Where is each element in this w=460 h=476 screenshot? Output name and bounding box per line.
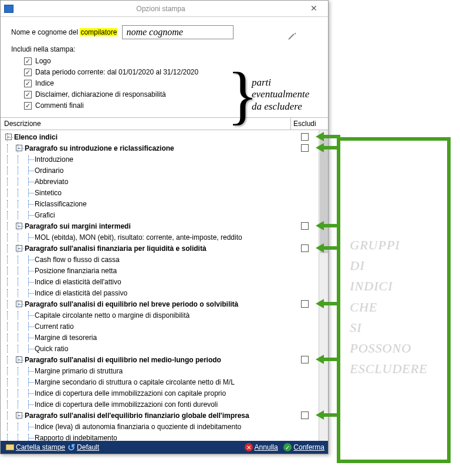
include-checkbox-box-4[interactable] [24, 102, 32, 110]
tree-row-26[interactable]: Indice (leva) di autonomia finanziaria o… [1, 421, 328, 432]
tree-row-24[interactable]: Indice di copertura delle immobilizzazio… [1, 399, 328, 410]
tree-row-9[interactable]: MOL (ebitda), MON (ebit), risultato: cor… [1, 232, 328, 243]
tree-node-text: Margine secondario di struttura o capita… [35, 378, 235, 386]
tree-node-text: Indice di copertura delle immobilizzazio… [35, 400, 218, 409]
window-title: Opzioni stampa [18, 5, 303, 13]
include-checkbox-label-4: Commenti finali [35, 101, 84, 110]
column-header-exclude[interactable]: Escludi [290, 118, 319, 130]
tree-row-16[interactable]: Capitale circolante netto o margine di d… [1, 310, 328, 321]
cancel-button[interactable]: Annulla [255, 443, 278, 451]
include-checkbox-box-0[interactable] [24, 57, 32, 65]
include-checkbox-label-1: Data periodo corrente: dal 01/01/2020 al… [35, 68, 198, 76]
tree-row-19[interactable]: Quick ratio [1, 343, 328, 354]
tree-row-11[interactable]: Cash flow o flusso di cassa [1, 254, 328, 265]
exclude-checkbox[interactable] [301, 356, 309, 363]
tree-node-text: Posizione finanziaria netta [35, 267, 117, 275]
include-checkbox-box-2[interactable] [24, 80, 32, 87]
app-icon [4, 5, 13, 13]
tree-node-text: Paragrafo sull'analisi di equilibrio nel… [25, 356, 221, 364]
tree-row-21[interactable]: Margine primario di struttura [1, 365, 328, 376]
exclude-checkbox[interactable] [301, 144, 309, 152]
include-checkbox-box-3[interactable] [24, 91, 32, 98]
compiler-name-input[interactable] [122, 25, 234, 39]
tree-node-text: Introduzione [35, 155, 73, 164]
tree-row-4[interactable]: Abbreviato [1, 176, 328, 187]
exclude-checkbox[interactable] [301, 300, 309, 308]
cancel-icon: ✕ [245, 443, 253, 451]
tree-row-8[interactable]: -Paragrafo sui margini intermedi [1, 220, 328, 232]
tree-node-text: Elenco indici [14, 133, 58, 141]
include-checkbox-box-1[interactable] [24, 69, 32, 76]
arrow-annotation [317, 356, 340, 363]
tree-node-text: Abbreviato [35, 178, 68, 186]
close-button[interactable]: ✕ [303, 3, 324, 15]
pen-icon [287, 30, 297, 41]
grid-body: -Elenco indici-Paragrafo su introduzione… [1, 130, 328, 441]
tree-row-3[interactable]: Ordinario [1, 165, 328, 176]
tree-row-22[interactable]: Margine secondario di struttura o capita… [1, 376, 328, 387]
tree-node-text: Paragrafo sull'analisi di equilibrio nel… [25, 300, 238, 308]
tree-node-text: Riclassificazione [35, 200, 87, 208]
undo-icon: ↺ [67, 443, 75, 451]
tree-view: -Elenco indici-Paragrafo su introduzione… [1, 130, 328, 441]
scrollbar-thumb[interactable] [320, 136, 328, 253]
tree-node-text: MOL (ebitda), MON (ebit), risultato: cor… [35, 233, 242, 242]
compiler-name-label: Nome e cognome del compilatore [11, 28, 117, 36]
tree-row-7[interactable]: Grafici [1, 209, 328, 220]
tree-node-text: Rapporto di indebitamento [35, 434, 117, 441]
arrow-annotation [317, 412, 340, 419]
tree-node-text: Quick ratio [35, 345, 68, 353]
tree-row-13[interactable]: Indice di elasticità dell'attivo [1, 276, 328, 287]
tree-row-10[interactable]: -Paragrafo sull'analisi finanziaria per … [1, 243, 328, 254]
tree-row-12[interactable]: Posizione finanziaria netta [1, 265, 328, 276]
tree-row-25[interactable]: -Paragrafo sull'analisi dell'equilibrio … [1, 410, 328, 421]
arrow-annotation [317, 300, 340, 307]
default-link[interactable]: Default [77, 443, 99, 451]
tree-node-text: Indice (leva) di autonomia finanziaria o… [35, 423, 241, 431]
tree-row-6[interactable]: Riclassificazione [1, 198, 328, 209]
tree-row-1[interactable]: -Paragrafo su introduzione e riclassific… [1, 142, 328, 154]
tree-row-15[interactable]: -Paragrafo sull'analisi di equilibrio ne… [1, 298, 328, 310]
include-checkbox-label-2: Indice [35, 79, 54, 87]
compiler-name-row: Nome e cognome del compilatore [11, 25, 317, 39]
tree-node-text: Indice di elasticità dell'attivo [35, 278, 121, 286]
exclude-checkbox[interactable] [301, 222, 309, 230]
tree-node-text: Current ratio [35, 322, 74, 331]
arrow-annotation [317, 133, 340, 140]
tree-node-text: Indice di elasticità del passivo [35, 289, 127, 297]
tree-row-23[interactable]: Indice di copertura delle immobilizzazio… [1, 387, 328, 399]
tree-row-2[interactable]: Introduzione [1, 154, 328, 165]
green-annotation-text: GRUPPI DI INDICI CHE SI POSSONO ESCLUDER… [350, 234, 427, 379]
scrollbar[interactable] [319, 130, 328, 441]
footer: Cartella stampe ↺ Default ✕ Annulla ✓ Co… [1, 441, 328, 454]
tree-node-text: Paragrafo su introduzione e riclassifica… [25, 144, 174, 152]
tree-row-0[interactable]: -Elenco indici [1, 131, 328, 142]
grid-header: Descrizione Escludi [1, 117, 328, 130]
folder-icon [6, 444, 14, 450]
exclude-checkbox[interactable] [301, 133, 309, 141]
print-options-window: Opzioni stampa ✕ Nome e cognome del comp… [0, 0, 329, 454]
tree-row-27[interactable]: Rapporto di indebitamento [1, 432, 328, 441]
tree-node-text: Ordinario [35, 166, 63, 175]
arrow-annotation [317, 222, 340, 229]
include-checkbox-label-3: Disclaimer, dichiarazione di responsabil… [35, 90, 166, 98]
tree-row-14[interactable]: Indice di elasticità del passivo [1, 287, 328, 298]
include-checkbox-label-0: Logo [35, 57, 51, 65]
titlebar: Opzioni stampa ✕ [1, 1, 328, 17]
parts-annotation: parti eventualmente da escludere [252, 77, 309, 113]
include-checkbox-0: Logo [24, 57, 317, 65]
arrow-annotation [317, 244, 340, 251]
tree-node-text: Margine primario di struttura [35, 367, 123, 375]
tree-row-5[interactable]: Sintetico [1, 187, 328, 198]
print-folder-link[interactable]: Cartella stampe [16, 443, 65, 451]
confirm-button[interactable]: Conferma [293, 443, 324, 451]
tree-node-text: Capitale circolante netto o margine di d… [35, 311, 190, 319]
exclude-checkbox[interactable] [301, 244, 309, 252]
arrow-annotation [317, 144, 340, 151]
exclude-checkbox[interactable] [301, 412, 309, 419]
tree-row-20[interactable]: -Paragrafo sull'analisi di equilibrio ne… [1, 354, 328, 365]
tree-row-18[interactable]: Margine di tesoreria [1, 332, 328, 343]
tree-row-17[interactable]: Current ratio [1, 321, 328, 332]
confirm-icon: ✓ [283, 443, 292, 451]
compiler-label-highlight: compilatore [80, 28, 117, 36]
